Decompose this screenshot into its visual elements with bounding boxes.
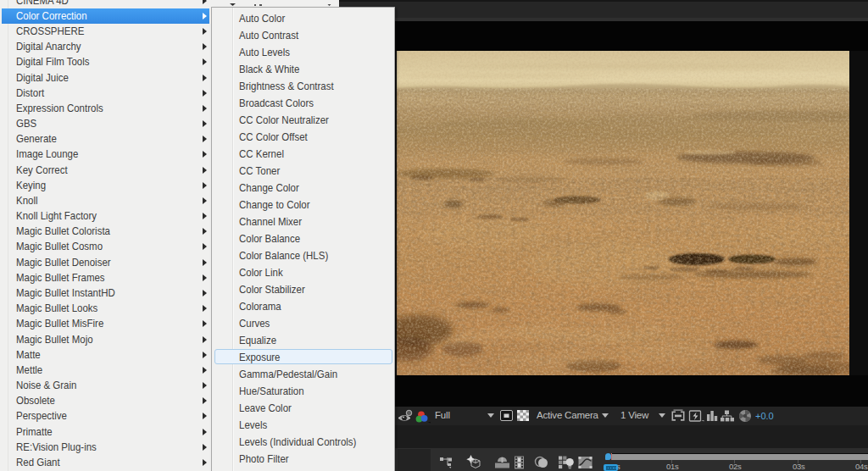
svg-text:+0.0: +0.0 bbox=[755, 411, 774, 421]
